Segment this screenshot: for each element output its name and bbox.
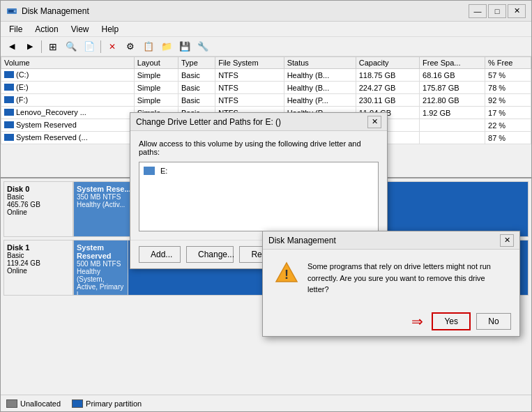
change-button[interactable]: Change...: [186, 246, 234, 263]
arrow-icon: ⇒: [411, 313, 423, 330]
change-drive-title-bar: Change Drive Letter and Paths for E: () …: [130, 113, 387, 131]
confirm-close[interactable]: ✕: [500, 234, 514, 247]
drive-e-icon: [144, 167, 155, 175]
warning-icon-wrap: !: [274, 261, 299, 288]
confirm-message: Some programs that rely on drive letters…: [307, 261, 508, 296]
drive-list[interactable]: E:: [139, 162, 379, 231]
svg-text:!: !: [284, 268, 289, 282]
modal-overlay: Change Drive Letter and Paths for E: () …: [1, 1, 532, 412]
add-button[interactable]: Add...: [139, 246, 181, 263]
change-drive-desc: Allow access to this volume by using the…: [139, 139, 379, 156]
drive-list-item-e[interactable]: E:: [142, 165, 375, 176]
confirm-title-bar: Disk Management ✕: [263, 231, 519, 250]
no-button[interactable]: No: [476, 313, 511, 330]
change-drive-body: Allow access to this volume by using the…: [130, 131, 387, 240]
confirm-footer: ⇒ Yes No: [263, 307, 519, 336]
change-drive-close[interactable]: ✕: [367, 116, 381, 128]
confirm-dialog: Disk Management ✕ ! Some programs that r…: [262, 231, 520, 337]
confirm-body: ! Some programs that rely on drive lette…: [263, 250, 519, 307]
warning-icon: !: [274, 261, 299, 286]
drive-e-label: E:: [160, 167, 167, 175]
yes-button[interactable]: Yes: [432, 312, 471, 330]
confirm-title: Disk Management: [268, 236, 336, 245]
change-drive-title: Change Drive Letter and Paths for E: (): [136, 117, 281, 127]
